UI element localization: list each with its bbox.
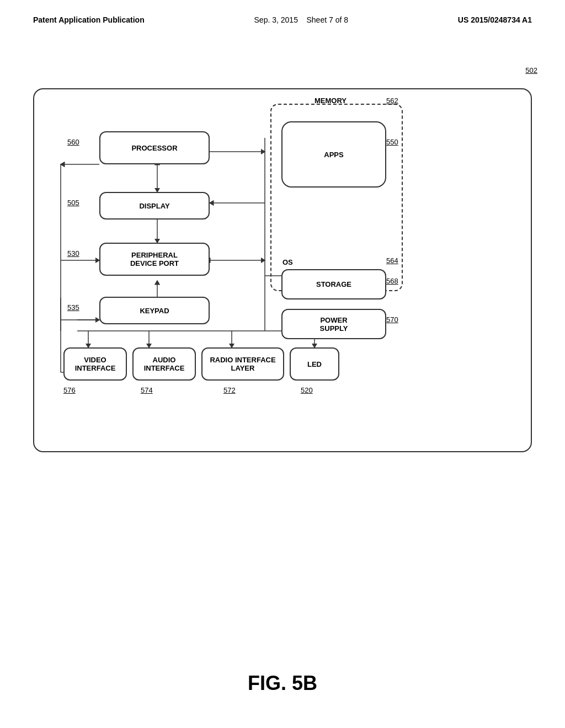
radio-interface-box: RADIO INTERFACE LAYER	[201, 347, 284, 381]
ref-562: 562	[386, 97, 398, 105]
header-left: Patent Application Publication	[33, 15, 145, 24]
led-box: LED	[290, 347, 339, 381]
storage-box: STORAGE	[281, 269, 386, 299]
ref-568: 568	[386, 277, 398, 285]
power-supply-label: POWER SUPPLY	[320, 316, 348, 333]
audio-interface-box: AUDIO INTERFACE	[132, 347, 196, 381]
keypad-box: KEYPAD	[99, 297, 210, 324]
peripheral-label: PERIPHERAL DEVICE PORT	[130, 251, 179, 267]
page-header: Patent Application Publication Sep. 3, 2…	[0, 0, 565, 24]
ref-550: 550	[386, 138, 398, 146]
audio-interface-label: AUDIO INTERFACE	[144, 356, 185, 372]
memory-label: MEMORY	[315, 97, 347, 105]
power-supply-box: POWER SUPPLY	[281, 309, 386, 339]
ref-574: 574	[141, 386, 153, 394]
diagram-area: 502	[33, 66, 532, 452]
ref-564: 564	[386, 256, 398, 265]
peripheral-box: PERIPHERAL DEVICE PORT	[99, 243, 210, 276]
ref-505: 505	[67, 199, 79, 207]
ref-570: 570	[386, 315, 398, 324]
display-box: DISPLAY	[99, 192, 210, 220]
video-interface-box: VIDEO INTERFACE	[63, 347, 127, 381]
processor-box: PROCESSOR	[99, 131, 210, 164]
os-label: OS	[282, 258, 293, 266]
ref-530: 530	[67, 249, 79, 258]
video-interface-label: VIDEO INTERFACE	[75, 356, 116, 372]
fig-label: FIG. 5B	[0, 672, 565, 695]
storage-label: STORAGE	[316, 280, 351, 288]
display-label: DISPLAY	[139, 202, 169, 210]
ref-572: 572	[223, 386, 236, 394]
apps-box: APPS	[281, 121, 386, 188]
header-date: Sep. 3, 2015	[254, 15, 298, 24]
processor-label: PROCESSOR	[131, 144, 177, 152]
header-sheet: Sheet 7 of 8	[307, 15, 349, 24]
keypad-label: KEYPAD	[140, 307, 169, 315]
header-center: Sep. 3, 2015 Sheet 7 of 8	[254, 15, 348, 24]
apps-label: APPS	[324, 151, 343, 159]
led-label: LED	[307, 360, 322, 368]
ref-535: 535	[67, 303, 79, 312]
radio-interface-label: RADIO INTERFACE LAYER	[210, 356, 275, 372]
ref-520: 520	[301, 386, 313, 394]
ref-502: 502	[525, 66, 537, 74]
header-right: US 2015/0248734 A1	[458, 15, 532, 24]
ref-560: 560	[67, 138, 79, 146]
ref-576: 576	[63, 386, 76, 394]
